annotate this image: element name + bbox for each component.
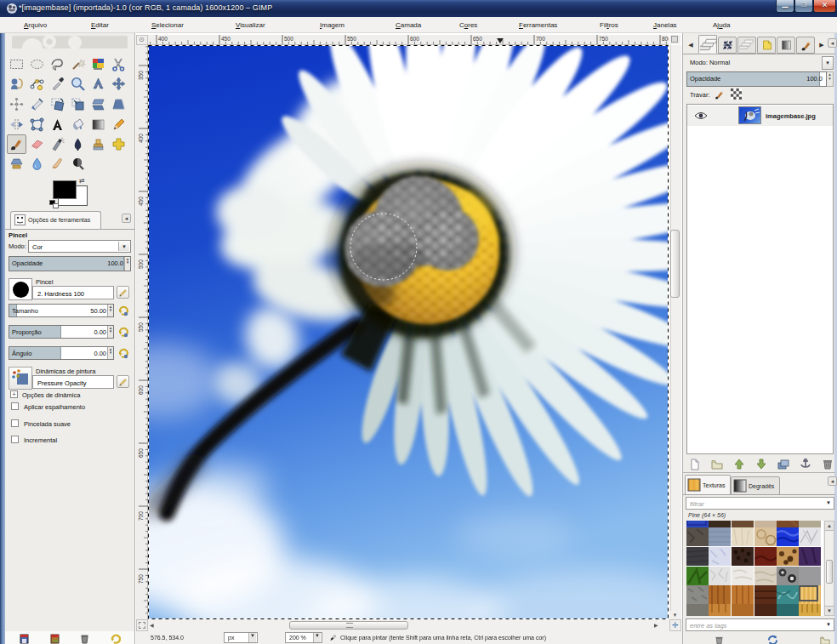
svg-text:700: 700 — [138, 511, 144, 521]
svg-text:550: 550 — [347, 36, 356, 42]
svg-text:650: 650 — [138, 448, 144, 458]
svg-text:400: 400 — [138, 134, 144, 143]
svg-text:650: 650 — [473, 36, 482, 42]
svg-text:500: 500 — [284, 36, 293, 42]
svg-text:800: 800 — [662, 36, 669, 42]
svg-text:750: 750 — [138, 574, 144, 584]
svg-text:550: 550 — [138, 322, 144, 332]
svg-text:500: 500 — [138, 259, 144, 269]
svg-text:600: 600 — [138, 385, 144, 395]
svg-text:700: 700 — [536, 36, 545, 42]
svg-text:600: 600 — [410, 36, 419, 42]
svg-text:350: 350 — [138, 71, 144, 80]
svg-text:750: 750 — [599, 36, 608, 42]
svg-text:400: 400 — [158, 36, 168, 42]
svg-text:450: 450 — [221, 36, 231, 42]
svg-text:450: 450 — [138, 197, 144, 206]
